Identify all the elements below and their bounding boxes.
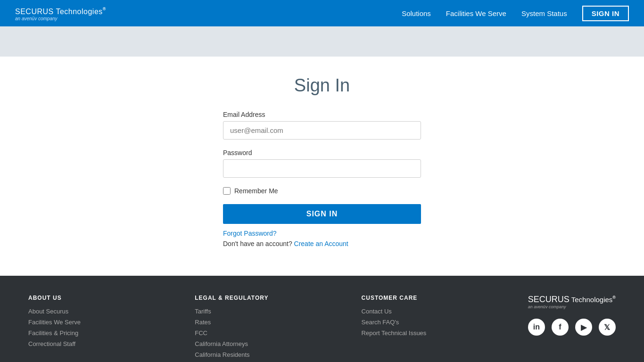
- forgot-password-link[interactable]: Forgot Password?: [223, 230, 421, 237]
- form-title: Sign In: [223, 75, 421, 96]
- twitter-icon[interactable]: 𝕏: [599, 319, 616, 336]
- nav-facilities[interactable]: Facilities We Serve: [446, 9, 506, 17]
- password-input[interactable]: [223, 159, 421, 178]
- footer-about-col: ABOUT US About Securus Facilities We Ser…: [28, 295, 104, 358]
- footer-search-faqs[interactable]: Search FAQ's: [362, 319, 437, 326]
- footer-logo: SECURUS Technologies® an avenüv company: [528, 295, 616, 309]
- logo: SECURUS Technologies® an avenüv company: [15, 6, 106, 21]
- nav-system-status[interactable]: System Status: [521, 9, 567, 17]
- footer-care-heading: CUSTOMER CARE: [362, 295, 437, 301]
- remember-me-label: Remember Me: [234, 187, 278, 195]
- youtube-icon[interactable]: ▶: [575, 319, 592, 336]
- main-content: Sign In Email Address Password Remember …: [0, 57, 644, 276]
- logo-securus: SECURUS: [15, 8, 54, 16]
- header: SECURUS Technologies® an avenüv company …: [0, 0, 644, 26]
- main-nav: Solutions Facilities We Serve System Sta…: [402, 6, 629, 21]
- sign-in-form-container: Sign In Email Address Password Remember …: [223, 75, 421, 247]
- footer-logo-text: SECURUS Technologies®: [528, 295, 616, 304]
- password-group: Password: [223, 149, 421, 178]
- footer-facilities-serve[interactable]: Facilities We Serve: [28, 319, 104, 326]
- sign-in-button[interactable]: SIGN IN: [223, 204, 421, 224]
- footer-logo-sub: an avenüv company: [528, 304, 616, 309]
- linkedin-icon[interactable]: in: [528, 319, 545, 336]
- email-input[interactable]: [223, 121, 421, 140]
- footer-correctional-staff[interactable]: Correctional Staff: [28, 340, 104, 347]
- footer: ABOUT US About Securus Facilities We Ser…: [0, 276, 644, 362]
- remember-me-row: Remember Me: [223, 187, 421, 195]
- nav-solutions[interactable]: Solutions: [402, 9, 431, 17]
- email-label: Email Address: [223, 111, 421, 118]
- footer-contact-us[interactable]: Contact Us: [362, 308, 437, 315]
- footer-report-issues[interactable]: Report Technical Issues: [362, 329, 437, 337]
- footer-about-securus[interactable]: About Securus: [28, 308, 104, 315]
- logo-reg: ®: [103, 7, 106, 11]
- footer-logo-securus: SECURUS: [528, 295, 570, 304]
- remember-me-checkbox[interactable]: [223, 187, 231, 195]
- header-sign-in-button[interactable]: SIGN IN: [582, 6, 629, 21]
- footer-tariffs[interactable]: Tariffs: [195, 308, 270, 315]
- no-account-static: Don't have an account?: [223, 240, 292, 247]
- facebook-icon[interactable]: f: [552, 319, 569, 336]
- social-icons: in f ▶ 𝕏: [528, 319, 616, 336]
- logo-technologies: Technologies: [54, 8, 103, 16]
- footer-care-col: CUSTOMER CARE Contact Us Search FAQ's Re…: [362, 295, 437, 358]
- logo-sub: an avenüv company: [15, 16, 106, 21]
- footer-facilities-pricing[interactable]: Facilities & Pricing: [28, 329, 104, 337]
- hero-band: [0, 26, 644, 57]
- footer-logo-col: SECURUS Technologies® an avenüv company …: [528, 295, 616, 358]
- password-label: Password: [223, 149, 421, 156]
- footer-california-residents[interactable]: California Residents: [195, 351, 270, 358]
- footer-legal-heading: LEGAL & REGULATORY: [195, 295, 270, 301]
- footer-rates[interactable]: Rates: [195, 319, 270, 326]
- email-group: Email Address: [223, 111, 421, 140]
- logo-text: SECURUS Technologies®: [15, 6, 106, 16]
- footer-fcc[interactable]: FCC: [195, 329, 270, 337]
- create-account-link[interactable]: Create an Account: [294, 240, 348, 247]
- no-account-text: Don't have an account? Create an Account: [223, 240, 421, 247]
- footer-about-heading: ABOUT US: [28, 295, 104, 301]
- footer-california-attorneys[interactable]: California Attorneys: [195, 340, 270, 347]
- footer-legal-col: LEGAL & REGULATORY Tariffs Rates FCC Cal…: [195, 295, 270, 358]
- footer-logo-technologies: Technologies: [570, 296, 612, 304]
- footer-logo-reg: ®: [612, 295, 616, 300]
